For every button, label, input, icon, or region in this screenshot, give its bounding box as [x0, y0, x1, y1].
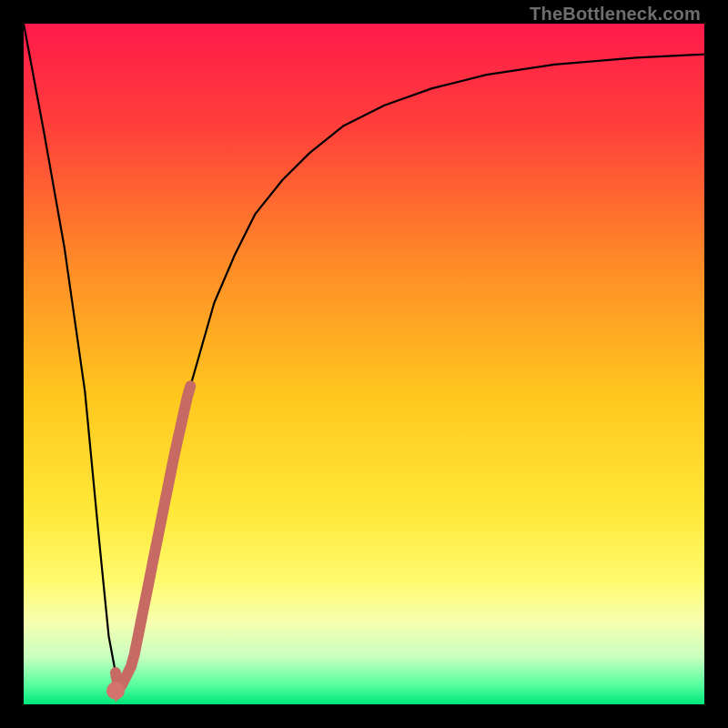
- chart-svg: [24, 24, 704, 704]
- watermark-text: TheBottleneck.com: [530, 4, 701, 25]
- plot-area: [24, 24, 704, 704]
- valley-marker: [106, 682, 125, 700]
- chart-frame: TheBottleneck.com: [0, 0, 728, 728]
- gradient-background: [24, 24, 704, 704]
